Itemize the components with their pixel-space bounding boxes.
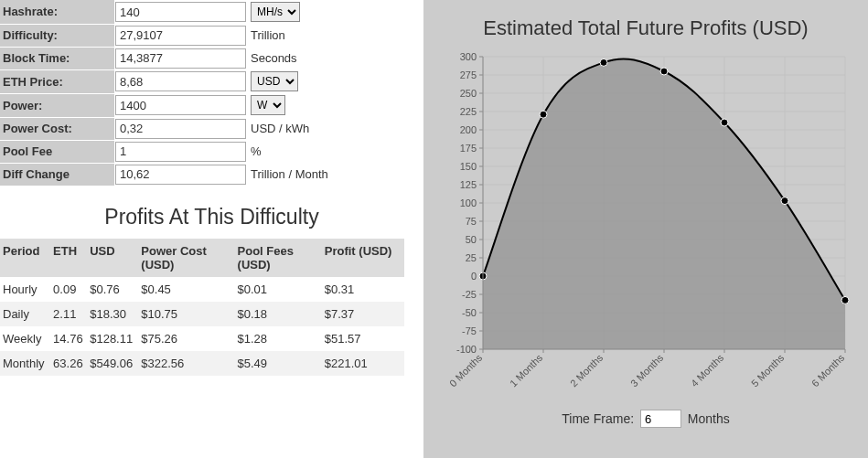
svg-text:275: 275 xyxy=(460,69,477,80)
profits-cell: Monthly xyxy=(0,351,50,376)
svg-point-74 xyxy=(600,59,607,66)
param-input[interactable] xyxy=(115,48,246,69)
svg-text:6 Months: 6 Months xyxy=(809,352,847,389)
profits-header: ETH xyxy=(50,239,87,277)
profits-cell: 14.76 xyxy=(50,326,87,351)
profits-cell: $18.30 xyxy=(87,302,138,326)
profits-cell: $0.76 xyxy=(87,277,138,302)
param-label: Hashrate: xyxy=(0,0,114,24)
profits-cell: $0.45 xyxy=(138,277,234,302)
svg-text:125: 125 xyxy=(460,179,477,190)
svg-text:225: 225 xyxy=(460,106,477,117)
timeframe-label-before: Time Frame: xyxy=(562,411,634,426)
param-unit-label: USD / kWh xyxy=(247,117,423,140)
profits-cell: $128.11 xyxy=(87,326,138,351)
chart-title: Estimated Total Future Profits (USD) xyxy=(433,16,859,40)
timeframe-label-after: Months xyxy=(688,411,730,426)
param-input[interactable] xyxy=(115,71,246,91)
parameters-table: Hashrate:MH/sDifficulty:TrillionBlock Ti… xyxy=(0,0,423,186)
svg-point-78 xyxy=(841,296,849,304)
table-row: Daily2.11$18.30$10.75$0.18$7.37 xyxy=(0,302,404,326)
svg-text:0 Months: 0 Months xyxy=(447,352,485,389)
param-label: Power: xyxy=(0,93,114,117)
svg-text:4 Months: 4 Months xyxy=(689,352,726,389)
param-input[interactable] xyxy=(115,165,246,185)
svg-text:175: 175 xyxy=(460,143,477,154)
timeframe-input[interactable] xyxy=(640,410,681,428)
svg-text:3 Months: 3 Months xyxy=(628,352,666,389)
svg-text:-50: -50 xyxy=(462,307,477,318)
svg-text:250: 250 xyxy=(460,88,477,99)
svg-text:50: 50 xyxy=(466,234,477,245)
profits-cell: 63.26 xyxy=(50,351,87,376)
profits-cell: 2.11 xyxy=(50,302,87,326)
table-row: Monthly63.26$549.06$322.56$5.49$221.01 xyxy=(0,351,404,376)
param-label: ETH Price: xyxy=(0,69,114,93)
table-row: Weekly14.76$128.11$75.26$1.28$51.57 xyxy=(0,326,404,351)
profits-header: Period xyxy=(0,239,50,277)
profits-cell: $322.56 xyxy=(138,351,234,376)
svg-text:150: 150 xyxy=(460,161,477,172)
profits-cell: $1.28 xyxy=(235,326,322,351)
profits-cell: $75.26 xyxy=(138,326,234,351)
svg-text:1 Months: 1 Months xyxy=(508,352,545,389)
svg-text:25: 25 xyxy=(466,252,477,263)
param-label: Block Time: xyxy=(0,47,114,69)
profits-cell: $549.06 xyxy=(87,351,138,376)
param-unit-select[interactable]: W xyxy=(251,95,285,115)
svg-text:300: 300 xyxy=(460,51,477,62)
svg-text:-75: -75 xyxy=(462,325,477,336)
chart-area: -100-75-50-25025507510012515017520022525… xyxy=(433,48,859,404)
profits-cell: $0.31 xyxy=(322,277,404,302)
profits-header: Profit (USD) xyxy=(322,239,404,277)
param-label: Difficulty: xyxy=(0,24,114,47)
svg-text:2 Months: 2 Months xyxy=(568,352,605,389)
profits-cell: $10.75 xyxy=(138,302,234,326)
param-unit-label: Seconds xyxy=(247,47,423,69)
profits-cell: $7.37 xyxy=(322,302,404,326)
profits-cell: $51.57 xyxy=(322,326,404,351)
param-input[interactable] xyxy=(115,119,246,139)
svg-text:-25: -25 xyxy=(462,289,477,300)
param-label: Pool Fee xyxy=(0,140,114,163)
svg-text:0: 0 xyxy=(471,271,477,282)
param-unit-label: Trillion / Month xyxy=(247,163,423,186)
svg-point-77 xyxy=(781,197,788,205)
profits-cell: $221.01 xyxy=(322,351,404,376)
param-unit-label: % xyxy=(247,140,423,163)
timeframe-row: Time Frame: Months xyxy=(433,410,859,428)
param-input[interactable] xyxy=(115,2,246,22)
svg-point-76 xyxy=(721,119,728,126)
param-unit-select[interactable]: MH/s xyxy=(251,2,300,22)
profits-table: PeriodETHUSDPower Cost (USD)Pool Fees (U… xyxy=(0,239,404,376)
profits-cell: $5.49 xyxy=(235,351,322,376)
svg-text:75: 75 xyxy=(466,216,477,227)
svg-text:-100: -100 xyxy=(456,344,477,355)
profits-title: Profits At This Difficulty xyxy=(0,205,423,229)
profits-cell: Weekly xyxy=(0,326,50,351)
param-input[interactable] xyxy=(115,26,246,46)
table-row: Hourly0.09$0.76$0.45$0.01$0.31 xyxy=(0,277,404,302)
svg-text:100: 100 xyxy=(460,197,477,208)
svg-point-73 xyxy=(540,111,547,118)
profits-cell: $0.18 xyxy=(235,302,322,326)
svg-text:5 Months: 5 Months xyxy=(749,352,787,389)
profits-header: Pool Fees (USD) xyxy=(235,239,322,277)
param-input[interactable] xyxy=(115,95,246,115)
param-label: Power Cost: xyxy=(0,117,114,140)
profits-cell: Hourly xyxy=(0,277,50,302)
profits-header: USD xyxy=(87,239,138,277)
param-unit-label: Trillion xyxy=(247,24,423,47)
param-unit-select[interactable]: USD xyxy=(251,71,298,91)
profits-cell: 0.09 xyxy=(50,277,87,302)
param-input[interactable] xyxy=(115,142,246,162)
profits-header: Power Cost (USD) xyxy=(138,239,234,277)
profits-cell: Daily xyxy=(0,302,50,326)
svg-text:200: 200 xyxy=(460,124,477,135)
param-label: Diff Change xyxy=(0,163,114,186)
svg-point-75 xyxy=(660,68,668,75)
profits-cell: $0.01 xyxy=(235,277,322,302)
